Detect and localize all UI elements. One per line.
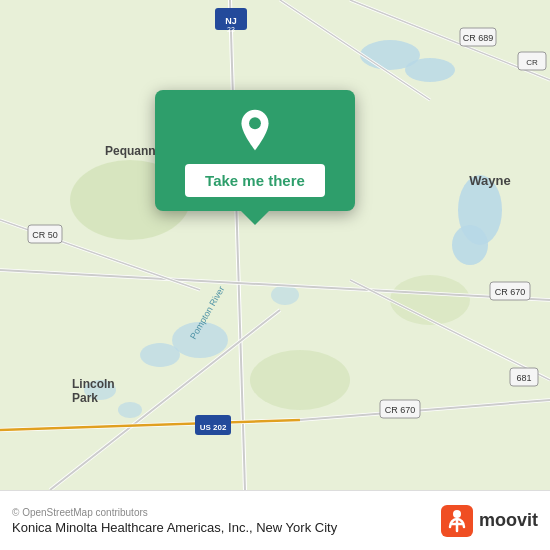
svg-text:CR: CR [526, 58, 538, 67]
location-pin-icon [233, 108, 277, 152]
svg-point-6 [140, 343, 180, 367]
svg-text:Wayne: Wayne [469, 173, 510, 188]
svg-point-9 [118, 402, 142, 418]
svg-point-55 [453, 510, 461, 518]
svg-text:681: 681 [516, 373, 531, 383]
svg-text:Park: Park [72, 391, 98, 405]
svg-text:Lincoln: Lincoln [72, 377, 115, 391]
location-title: Konica Minolta Healthcare Americas, Inc.… [12, 520, 337, 535]
map-container: NJ 23 CR 689 CR 50 Wayne Pequannock Pomp… [0, 0, 550, 490]
svg-text:CR 50: CR 50 [32, 230, 58, 240]
svg-text:CR 689: CR 689 [463, 33, 494, 43]
svg-point-53 [249, 117, 261, 129]
svg-point-7 [271, 285, 299, 305]
svg-point-11 [250, 350, 350, 410]
svg-point-4 [452, 225, 488, 265]
take-me-there-button[interactable]: Take me there [185, 164, 325, 197]
osm-attribution: © OpenStreetMap contributors [12, 507, 337, 518]
svg-point-2 [405, 58, 455, 82]
svg-text:23: 23 [227, 26, 235, 33]
popup-card: Take me there [155, 90, 355, 211]
svg-text:NJ: NJ [225, 16, 237, 26]
svg-text:US 202: US 202 [200, 423, 227, 432]
footer: © OpenStreetMap contributors Konica Mino… [0, 490, 550, 550]
svg-point-12 [390, 275, 470, 325]
footer-info: © OpenStreetMap contributors Konica Mino… [12, 507, 337, 535]
svg-text:CR 670: CR 670 [385, 405, 416, 415]
svg-text:CR 670: CR 670 [495, 287, 526, 297]
moovit-label: moovit [479, 510, 538, 531]
moovit-icon [441, 505, 473, 537]
moovit-logo: moovit [441, 505, 538, 537]
